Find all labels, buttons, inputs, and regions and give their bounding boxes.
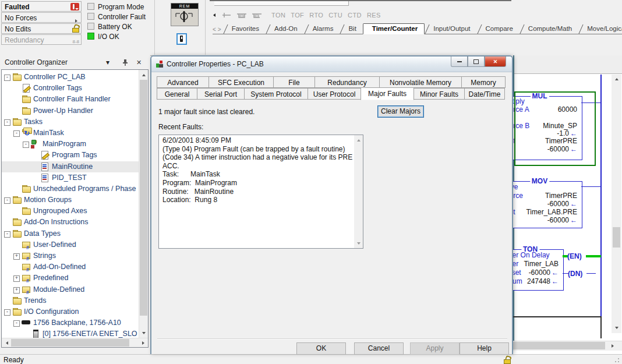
io-ok-flag[interactable]: I/O OK <box>87 32 146 42</box>
tab-add-on[interactable]: Add-On <box>266 24 304 34</box>
tab-system-protocol[interactable]: System Protocol <box>244 88 308 100</box>
pin-icon[interactable] <box>122 59 128 66</box>
scroll-left-icon[interactable] <box>2 338 11 347</box>
instr-ton-button[interactable]: TON <box>271 12 285 19</box>
tree-item-backplane[interactable]: -1756 Backplane, 1756-A10 <box>2 317 148 328</box>
fault-indicator-icon[interactable] <box>70 3 79 10</box>
controller-status-faulted[interactable]: Faulted <box>1 1 82 12</box>
tab-file[interactable]: File <box>273 76 315 88</box>
ton-instruction[interactable]: TON Timer On Delay TimerTimer_LAB Preset… <box>508 249 564 291</box>
tab-bit[interactable]: Bit <box>340 24 362 34</box>
scroll-right-icon[interactable] <box>608 341 617 350</box>
expand-toggle[interactable]: + <box>13 275 20 282</box>
tab-general[interactable]: General <box>157 88 197 100</box>
scroll-up-icon[interactable] <box>612 75 621 83</box>
faultbox-vscrollbar[interactable] <box>354 135 363 248</box>
instr-rto-button[interactable]: RTO <box>309 12 323 19</box>
edits-status[interactable]: No Edits <box>1 23 82 34</box>
tab-favorites[interactable]: Favorites <box>223 24 266 34</box>
tree-item-program-tags[interactable]: Program Tags <box>2 150 148 161</box>
tab-nonvolatile-memory[interactable]: Nonvolatile Memory <box>379 76 462 88</box>
collapse-toggle[interactable]: - <box>13 320 20 327</box>
tab-compare[interactable]: Compare <box>477 24 519 34</box>
collapse-toggle[interactable]: - <box>4 75 10 81</box>
tab-major-faults[interactable]: Major Faults <box>361 87 414 100</box>
expand-toggle[interactable]: + <box>13 253 20 260</box>
tab-input-output[interactable]: Input/Output <box>425 24 476 34</box>
tabs-scroll-left-icon[interactable]: < <box>213 26 216 33</box>
tree-vscrollbar[interactable] <box>139 70 148 338</box>
ladder-vscrollbar[interactable] <box>612 75 621 333</box>
instr-ctu-button[interactable]: CTU <box>328 12 342 19</box>
program-mode-flag[interactable]: Program Mode <box>87 2 146 12</box>
apply-button[interactable]: Apply <box>410 342 460 355</box>
tab-memory[interactable]: Memory <box>461 76 506 88</box>
tree-item-tasks[interactable]: -Tasks <box>2 116 148 128</box>
ok-button[interactable]: OK <box>296 342 346 355</box>
tree-item-mainprogram[interactable]: -MainProgram <box>2 139 148 150</box>
tab-advanced[interactable]: Advanced <box>157 76 209 88</box>
tab-compute-math[interactable]: Compute/Math <box>519 24 578 34</box>
scroll-down-icon[interactable] <box>139 328 148 337</box>
rung-branch-icon[interactable] <box>221 12 232 19</box>
tree-item-motion-groups[interactable]: -Motion Groups <box>2 195 148 206</box>
instr-tof-button[interactable]: TOF <box>291 12 304 19</box>
tree-item-controller-tags[interactable]: Controller Tags <box>2 83 148 94</box>
tree-item-fault-handler[interactable]: Controller Fault Handler <box>2 94 148 105</box>
tree-item-predefined[interactable]: +Predefined <box>2 273 148 284</box>
scroll-thumb[interactable] <box>513 342 605 349</box>
tree-item-maintask[interactable]: -MainTask <box>2 128 148 139</box>
cancel-button[interactable]: Cancel <box>354 342 404 355</box>
collapse-toggle[interactable]: - <box>4 197 10 204</box>
tab-redundancy[interactable]: Redundancy <box>314 76 380 88</box>
tree-item-unscheduled[interactable]: Unscheduled Programs / Phase <box>2 183 148 195</box>
redundancy-status[interactable]: Redundancy 8-8 <box>1 34 82 45</box>
back-arrow-icon[interactable] <box>213 13 215 17</box>
tree-item-module-defined[interactable]: +Module-Defined <box>2 284 148 295</box>
tab-user-protocol[interactable]: User Protocol <box>308 88 361 100</box>
collapse-toggle[interactable]: - <box>4 231 10 238</box>
organizer-menu-icon[interactable]: ▾ <box>106 55 109 69</box>
mov-instruction[interactable]: MOV Move SourceTimerPRE -60000← DestTime… <box>508 181 582 228</box>
clear-majors-button[interactable]: Clear Majors <box>377 105 424 118</box>
toggle-button[interactable] <box>176 33 187 45</box>
tree-item-powerup-handler[interactable]: Power-Up Handler <box>2 105 148 116</box>
dialog-titlebar[interactable]: Controller Properties - PC_LAB ✕ <box>151 56 512 72</box>
close-panel-icon[interactable]: ✕ <box>136 55 142 69</box>
scroll-down-icon[interactable] <box>354 239 363 248</box>
tree-item-controller[interactable]: -Controller PC_LAB <box>2 72 148 83</box>
tab-alarms[interactable]: Alarms <box>304 24 340 34</box>
scroll-thumb[interactable] <box>140 80 147 316</box>
forces-status[interactable]: No Forces <box>1 12 82 23</box>
tab-serial-port[interactable]: Serial Port <box>197 88 245 100</box>
scroll-up-icon[interactable] <box>139 70 148 79</box>
scroll-thumb[interactable] <box>11 339 129 347</box>
close-button[interactable]: ✕ <box>485 56 506 67</box>
ladder-hscrollbar[interactable] <box>513 341 622 351</box>
help-button[interactable]: Help <box>460 342 509 355</box>
branch-level-icon[interactable] <box>236 12 247 19</box>
tree-item-pid-test[interactable]: PID_TEST <box>2 172 148 183</box>
controller-fault-flag[interactable]: Controller Fault <box>87 12 146 22</box>
tab-minor-faults[interactable]: Minor Faults <box>414 88 465 100</box>
tree-item-strings[interactable]: +Strings <box>2 250 148 261</box>
maximize-button[interactable] <box>468 56 485 67</box>
tree-item-user-defined[interactable]: User-Defined <box>2 239 148 250</box>
tree-item-data-types[interactable]: -Data Types <box>2 228 148 239</box>
tree-item-add-on-instructions[interactable]: Add-On Instructions <box>2 217 148 228</box>
tree-item-io-configuration[interactable]: -I/O Configuration <box>2 306 148 317</box>
tree-item-mainroutine[interactable]: MainRoutine <box>2 161 148 172</box>
scroll-right-icon[interactable] <box>139 338 147 347</box>
instr-res-button[interactable]: RES <box>367 12 381 19</box>
collapse-toggle[interactable]: - <box>23 142 29 148</box>
instr-ctd-button[interactable]: CTD <box>348 12 362 19</box>
collapse-toggle[interactable]: - <box>4 119 10 126</box>
collapse-toggle[interactable]: - <box>4 309 10 316</box>
branch-down-icon[interactable] <box>252 12 262 19</box>
tab-timer-counter[interactable]: Timer/Counter <box>363 23 425 34</box>
recent-faults-box[interactable]: 6/20/2001 8:45:09 PM (Type 04) Program F… <box>158 135 363 249</box>
tree-item-add-on-defined[interactable]: Add-On-Defined <box>2 261 148 273</box>
battery-ok-flag[interactable]: Battery OK <box>87 22 146 32</box>
scroll-up-icon[interactable] <box>354 136 363 144</box>
tabs-scroll-right-icon[interactable]: > <box>218 26 221 33</box>
